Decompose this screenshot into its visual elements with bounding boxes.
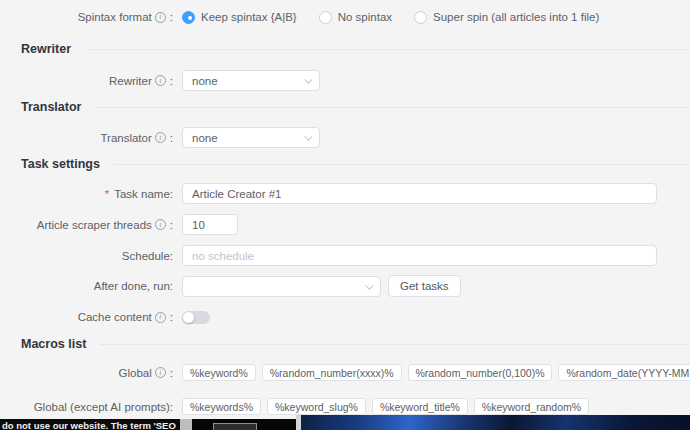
rewriter-row: Rewriter i : none bbox=[0, 70, 690, 91]
after-done-run-label-text: After done, run: bbox=[94, 280, 173, 292]
info-icon[interactable]: i bbox=[155, 75, 166, 86]
info-icon[interactable]: i bbox=[155, 132, 166, 143]
task-settings-section-title: Task settings bbox=[21, 157, 100, 171]
cache-content-toggle[interactable] bbox=[182, 311, 210, 324]
cache-content-row: Cache content i : bbox=[0, 307, 690, 327]
rewriter-select-value: none bbox=[192, 75, 218, 87]
global-except-ai-label-text: Global (except AI prompts): bbox=[34, 401, 173, 413]
bottom-thumbnails-row: do not use our website. The term 'SEO bbox=[0, 415, 690, 430]
macro-tag[interactable]: %keyword_slug% bbox=[267, 398, 366, 415]
label-colon: : bbox=[170, 367, 173, 379]
macro-tag[interactable]: %random_date(YYYY-MM-DD)% bbox=[558, 364, 690, 381]
spintax-format-radio-group: Keep spintax {A|B} No spintax Super spin… bbox=[182, 11, 599, 24]
translator-section-title: Translator bbox=[21, 100, 81, 114]
task-name-label: * Task name: bbox=[0, 188, 175, 200]
rewriter-select[interactable]: none bbox=[182, 70, 320, 91]
thumbnail-text-fragment: do not use our website. The term 'SEO bbox=[2, 420, 176, 430]
spintax-format-row: Spintax format i : Keep spintax {A|B} No… bbox=[0, 7, 690, 27]
thumbnail-dark-image[interactable] bbox=[192, 419, 296, 430]
radio-super-spin[interactable]: Super spin (all articles into 1 file) bbox=[414, 11, 599, 24]
info-icon[interactable]: i bbox=[155, 367, 166, 378]
task-settings-section-header: Task settings bbox=[0, 157, 690, 171]
macros-list-section-header: Macros list bbox=[0, 337, 690, 351]
radio-keep-spintax[interactable]: Keep spintax {A|B} bbox=[182, 11, 297, 24]
thumbnail-blue-abstract-image[interactable] bbox=[301, 415, 690, 430]
spintax-format-label-text: Spintax format bbox=[78, 11, 152, 23]
chevron-down-icon bbox=[304, 132, 312, 140]
rewriter-section-header: Rewriter bbox=[0, 42, 690, 56]
macros-list-section-title: Macros list bbox=[21, 337, 86, 351]
macro-tag[interactable]: %random_number(0,100)% bbox=[408, 364, 553, 381]
schedule-label-text: Schedule: bbox=[122, 250, 173, 262]
thumbnail-dark-text-image[interactable]: do not use our website. The term 'SEO bbox=[0, 419, 180, 430]
schedule-label: Schedule: bbox=[0, 250, 175, 262]
rewriter-label-text: Rewriter bbox=[109, 75, 152, 87]
toggle-knob-icon bbox=[183, 312, 194, 323]
required-asterisk: * bbox=[105, 188, 109, 200]
label-colon: : bbox=[170, 219, 173, 231]
global-macros-label: Global i : bbox=[0, 367, 175, 379]
scraper-threads-input[interactable] bbox=[182, 214, 238, 235]
scraper-threads-label-text: Article scraper threads bbox=[37, 219, 152, 231]
thumbnail-gap bbox=[180, 419, 192, 430]
radio-selected-icon bbox=[182, 11, 195, 24]
global-macros-tags: %keyword% %random_number(xxxx)% %random_… bbox=[182, 364, 690, 381]
radio-unselected-icon bbox=[414, 11, 427, 24]
task-name-label-text: Task name: bbox=[114, 188, 173, 200]
article-creator-settings-panel: Spintax format i : Keep spintax {A|B} No… bbox=[0, 0, 690, 430]
label-colon: : bbox=[170, 132, 173, 144]
macro-tag[interactable]: %keyword_title% bbox=[372, 398, 468, 415]
radio-no-spintax[interactable]: No spintax bbox=[319, 11, 392, 24]
global-macros-label-text: Global bbox=[119, 367, 152, 379]
after-done-run-select[interactable] bbox=[182, 276, 381, 297]
section-divider bbox=[85, 49, 690, 50]
label-colon: : bbox=[170, 75, 173, 87]
macro-tag[interactable]: %keyword_random% bbox=[474, 398, 589, 415]
radio-label: No spintax bbox=[338, 11, 392, 23]
macro-tag[interactable]: %random_number(xxxx)% bbox=[262, 364, 402, 381]
translator-label-text: Translator bbox=[100, 132, 151, 144]
label-colon: : bbox=[170, 311, 173, 323]
after-done-run-label: After done, run: bbox=[0, 280, 175, 292]
global-except-ai-tags: %keywords% %keyword_slug% %keyword_title… bbox=[182, 398, 589, 415]
scraper-threads-row: Article scraper threads i : bbox=[0, 214, 690, 235]
info-icon[interactable]: i bbox=[155, 219, 166, 230]
macro-tag[interactable]: %keywords% bbox=[182, 398, 261, 415]
schedule-input[interactable] bbox=[182, 245, 657, 266]
info-icon[interactable]: i bbox=[155, 12, 166, 23]
section-divider bbox=[114, 164, 690, 165]
label-colon: : bbox=[170, 11, 173, 23]
section-divider bbox=[100, 344, 690, 345]
chevron-down-icon bbox=[304, 75, 312, 83]
chevron-down-icon bbox=[365, 281, 373, 289]
radio-unselected-icon bbox=[319, 11, 332, 24]
spintax-format-label: Spintax format i : bbox=[0, 11, 175, 23]
scraper-threads-label: Article scraper threads i : bbox=[0, 219, 175, 231]
macro-tag[interactable]: %keyword% bbox=[182, 364, 256, 381]
global-macros-row: Global i : %keyword% %random_number(xxxx… bbox=[0, 362, 690, 383]
section-divider bbox=[95, 107, 690, 108]
translator-select[interactable]: none bbox=[182, 127, 320, 148]
cache-content-label: Cache content i : bbox=[0, 311, 175, 323]
radio-label: Super spin (all articles into 1 file) bbox=[433, 11, 599, 23]
rewriter-label: Rewriter i : bbox=[0, 75, 175, 87]
task-name-row: * Task name: bbox=[0, 183, 690, 204]
schedule-row: Schedule: bbox=[0, 245, 690, 266]
get-tasks-button[interactable]: Get tasks bbox=[388, 275, 461, 297]
after-done-run-row: After done, run: Get tasks bbox=[0, 275, 690, 297]
translator-row: Translator i : none bbox=[0, 127, 690, 148]
task-name-input[interactable] bbox=[182, 183, 657, 204]
global-except-ai-label: Global (except AI prompts): bbox=[0, 401, 175, 413]
radio-label: Keep spintax {A|B} bbox=[201, 11, 297, 23]
translator-section-header: Translator bbox=[0, 100, 690, 114]
thumbnail-inner-box bbox=[213, 423, 257, 430]
translator-select-value: none bbox=[192, 132, 218, 144]
rewriter-section-title: Rewriter bbox=[21, 42, 71, 56]
global-except-ai-row: Global (except AI prompts): %keywords% %… bbox=[0, 396, 690, 417]
info-icon[interactable]: i bbox=[155, 312, 166, 323]
cache-content-label-text: Cache content bbox=[78, 311, 152, 323]
translator-label: Translator i : bbox=[0, 132, 175, 144]
